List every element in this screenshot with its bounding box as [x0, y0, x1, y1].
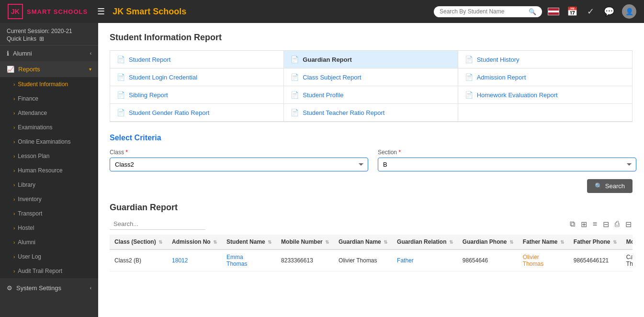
sub-arrow-icon: ›	[13, 82, 15, 87]
print-icon[interactable]: ⎙	[614, 219, 621, 230]
navbar-right: 🔍 📅 ✓ 💬 👤	[434, 4, 636, 19]
table-search-input[interactable]	[110, 218, 205, 230]
report-item-student-history[interactable]: 📄 Student History	[458, 51, 632, 68]
sidebar-label-alumni-bottom: Alumni	[18, 239, 35, 246]
report-item-sibling[interactable]: 📄 Sibling Report	[110, 86, 284, 104]
copy-icon[interactable]: ⧉	[569, 219, 576, 230]
sidebar-label-inventory: Inventory	[18, 196, 41, 203]
sidebar-label-hostel: Hostel	[18, 225, 34, 231]
cell-student-name: EmmaThomas	[222, 249, 276, 272]
report-item-student-report[interactable]: 📄 Student Report	[110, 51, 284, 68]
user-avatar[interactable]: 👤	[622, 4, 636, 19]
col-father-phone: Father Phone ⇅	[569, 235, 621, 249]
sub-arrow-icon: ›	[13, 254, 15, 260]
sidebar-item-transport[interactable]: › Transport	[0, 206, 98, 221]
settings-arrow-icon: ‹	[90, 285, 91, 291]
reports-arrow-icon: ▾	[89, 67, 91, 72]
sidebar-item-user-log[interactable]: › User Log	[0, 249, 98, 264]
report-label-student-report: Student Report	[129, 56, 170, 63]
columns-icon[interactable]: ⊟	[624, 219, 633, 230]
sidebar-label-library: Library	[18, 181, 35, 188]
sub-arrow-icon: ›	[13, 168, 15, 173]
col-guardian-name: Guardian Name ⇅	[334, 235, 392, 249]
sidebar-label-alumni-top: Alumni	[13, 50, 32, 57]
report-item-admission[interactable]: 📄 Admission Report	[458, 68, 632, 86]
global-search-input[interactable]	[440, 8, 526, 15]
language-flag-icon[interactable]	[548, 8, 559, 15]
pdf-icon[interactable]: ⊟	[602, 219, 610, 230]
sidebar-item-system-settings[interactable]: ⚙ System Settings ‹	[0, 280, 98, 296]
sidebar-item-student-information[interactable]: › Student Information	[0, 77, 98, 91]
sidebar-item-finance[interactable]: › Finance	[0, 91, 98, 106]
class-select[interactable]: Class1 Class2 Class3 Class4 Class5	[110, 158, 368, 171]
sub-arrow-icon: ›	[13, 226, 15, 231]
guardian-report-table: Class (Section) ⇅ Admission No ⇅ Student…	[110, 235, 633, 272]
col-father-name: Father Name ⇅	[518, 235, 569, 249]
sidebar-item-examinations[interactable]: › Examinations	[0, 120, 98, 135]
settings-icon: ⚙	[7, 284, 12, 292]
section-label: Section *	[378, 149, 636, 156]
report-doc-icon: 📄	[117, 56, 125, 63]
search-icon[interactable]: 🔍	[529, 8, 536, 15]
report-doc-icon: 📄	[117, 91, 125, 99]
sidebar-item-online-examinations[interactable]: › Online Examinations	[0, 135, 98, 149]
table-container: Class (Section) ⇅ Admission No ⇅ Student…	[110, 235, 633, 272]
sidebar-item-attendance[interactable]: › Attendance	[0, 106, 98, 120]
search-button[interactable]: 🔍 Search	[587, 179, 633, 193]
sub-arrow-icon: ›	[13, 182, 15, 188]
sidebar-label-lesson-plan: Lesson Plan	[18, 153, 49, 159]
sidebar-item-alumni-bottom[interactable]: › Alumni	[0, 235, 98, 249]
report-item-student-login[interactable]: 📄 Student Login Credential	[110, 68, 284, 86]
checklist-icon[interactable]: ✓	[585, 4, 596, 19]
reports-submenu: › Student Information › Finance › Attend…	[0, 77, 98, 278]
criteria-title: Select Criteria	[110, 134, 633, 142]
report-label-sibling: Sibling Report	[129, 91, 168, 99]
calendar-icon[interactable]: 📅	[565, 4, 579, 19]
section-select[interactable]: A B C D	[378, 158, 636, 171]
report-item-student-profile[interactable]: 📄 Student Profile	[284, 86, 458, 104]
class-label: Class *	[110, 149, 368, 156]
report-doc-icon: 📄	[291, 109, 299, 116]
report-doc-icon: 📄	[465, 91, 473, 99]
report-item-class-subject[interactable]: 📄 Class Subject Report	[284, 68, 458, 86]
layout: Current Session: 2020-21 Quick Links ⊞ ℹ…	[0, 23, 644, 317]
sub-arrow-icon: ›	[13, 211, 15, 216]
sidebar-item-audit-trail[interactable]: › Audit Trail Report	[0, 264, 98, 278]
report-menu-grid: 📄 Student Report 📄 Guardian Report 📄 Stu…	[110, 50, 633, 122]
cell-mother-name: CarolineThomas	[621, 249, 633, 272]
table-header: Class (Section) ⇅ Admission No ⇅ Student…	[110, 235, 633, 249]
col-guardian-phone: Guardian Phone ⇅	[458, 235, 518, 249]
admission-no-link[interactable]: 18012	[172, 257, 188, 264]
sidebar-item-human-resource[interactable]: › Human Resource	[0, 163, 98, 178]
report-item-homework-eval[interactable]: 📄 Homework Evaluation Report	[458, 86, 632, 104]
excel-icon[interactable]: ⊞	[580, 219, 588, 230]
sidebar-item-alumni-top[interactable]: ℹ Alumni ‹	[0, 45, 98, 61]
session-info: Current Session: 2020-21 Quick Links ⊞	[0, 23, 98, 45]
hamburger-icon[interactable]: ☰	[97, 6, 105, 17]
csv-icon[interactable]: ≡	[592, 219, 598, 230]
sidebar-item-inventory[interactable]: › Inventory	[0, 192, 98, 206]
cell-class-section: Class2 (B)	[110, 249, 167, 272]
sidebar-label-student-information: Student Information	[18, 81, 68, 88]
sidebar-item-hostel[interactable]: › Hostel	[0, 221, 98, 235]
table-tools: ⧉ ⊞ ≡ ⊟ ⎙ ⊟	[110, 218, 633, 230]
guardian-relation-link[interactable]: Father	[397, 257, 414, 264]
table-search	[110, 218, 205, 230]
sidebar-item-library[interactable]: › Library	[0, 178, 98, 192]
quick-links[interactable]: Quick Links ⊞	[7, 35, 91, 42]
whatsapp-icon[interactable]: 💬	[602, 4, 616, 19]
sidebar-item-lesson-plan[interactable]: › Lesson Plan	[0, 149, 98, 163]
report-doc-icon: 📄	[117, 109, 125, 116]
student-name-link[interactable]: EmmaThomas	[226, 254, 247, 267]
report-doc-icon: 📄	[291, 73, 299, 81]
cell-father-phone: 98654646121	[569, 249, 621, 272]
sidebar-label-online-examinations: Online Examinations	[18, 138, 70, 145]
sidebar-item-reports[interactable]: 📈 Reports ▾	[0, 61, 98, 77]
sidebar-label-attendance: Attendance	[18, 110, 47, 116]
report-item-teacher-ratio[interactable]: 📄 Student Teacher Ratio Report	[284, 104, 458, 122]
report-item-guardian-report[interactable]: 📄 Guardian Report	[284, 51, 458, 68]
table-body: Class2 (B) 18012 EmmaThomas 8233366613 O…	[110, 249, 633, 272]
search-btn-icon: 🔍	[595, 182, 602, 190]
report-item-gender-ratio[interactable]: 📄 Student Gender Ratio Report	[110, 104, 284, 122]
session-label: Current Session: 2020-21	[7, 28, 91, 34]
